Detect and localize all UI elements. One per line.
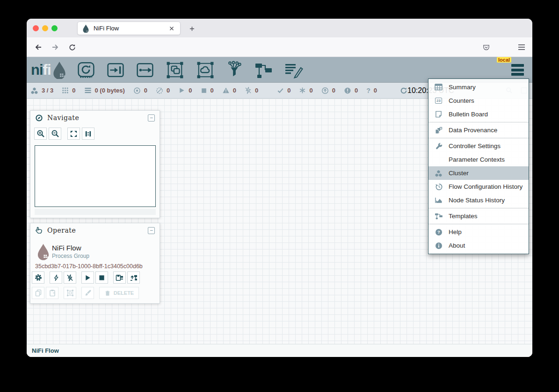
- flow-configuration-history-icon: [435, 183, 443, 191]
- hand-pointer-icon: [35, 226, 43, 235]
- status-transmitting: 0: [133, 87, 147, 94]
- reload-button[interactable]: [66, 41, 78, 53]
- group-icon: [66, 289, 74, 297]
- minimize-window-button[interactable]: [42, 25, 48, 31]
- group-button[interactable]: [64, 287, 76, 299]
- nifi-logo-ni: ni: [31, 62, 43, 78]
- selection-id: 35cbd3b7-017b-1000-8bff-1c3405c00d6b: [35, 263, 143, 270]
- disable-button[interactable]: [64, 271, 76, 284]
- navigate-collapse-button[interactable]: −: [148, 114, 155, 121]
- label-draggable[interactable]: [284, 61, 303, 79]
- menu-separator: [428, 208, 529, 208]
- menu-item-cluster[interactable]: Cluster: [428, 166, 529, 180]
- birdseye-minimap[interactable]: [35, 145, 156, 207]
- stop-button[interactable]: [95, 271, 108, 284]
- copy-icon: [35, 289, 42, 297]
- one-to-one-icon: [84, 130, 92, 138]
- zoom-in-button[interactable]: [34, 128, 47, 140]
- nifi-favicon: [82, 24, 89, 33]
- status-locally-modified: 0: [299, 87, 312, 94]
- nifi-logo: nifi: [31, 61, 67, 79]
- zoom-in-icon: [36, 129, 45, 138]
- status-queued: 0 (0 bytes): [84, 87, 125, 94]
- cluster-icon: [30, 87, 38, 94]
- global-menu-button[interactable]: [511, 64, 524, 76]
- funnel-draggable[interactable]: [226, 61, 242, 79]
- refresh-icon[interactable]: [400, 87, 407, 94]
- menu-separator: [428, 122, 529, 122]
- menu-item-node-status-history[interactable]: Node Status History: [428, 193, 529, 207]
- close-window-button[interactable]: [33, 25, 39, 31]
- menu-item-templates[interactable]: Templates: [428, 209, 529, 223]
- template-draggable[interactable]: [254, 62, 273, 78]
- menu-item-help[interactable]: ? Help: [428, 225, 529, 239]
- not-transmitting-icon: [156, 87, 163, 94]
- zoom-actual-button[interactable]: [82, 128, 94, 140]
- delete-button[interactable]: DELETE: [99, 287, 139, 299]
- operate-header[interactable]: Operate −: [30, 223, 160, 237]
- templates-icon: [435, 213, 443, 220]
- hamburger-icon: [518, 44, 525, 50]
- upload-template-icon: [130, 274, 138, 281]
- menu-item-parameter-contexts[interactable]: Parameter Contexts: [428, 153, 529, 166]
- counters-icon: 23: [435, 98, 442, 104]
- new-tab-button[interactable]: [186, 23, 197, 34]
- svg-text:?: ?: [437, 229, 440, 235]
- operate-title: Operate: [47, 227, 148, 234]
- fill-color-button[interactable]: [81, 287, 94, 299]
- back-button[interactable]: [32, 41, 44, 53]
- status-disabled: 0: [245, 87, 258, 94]
- disabled-icon: [245, 87, 252, 94]
- input-port-draggable[interactable]: [107, 61, 124, 79]
- menu-item-counters[interactable]: 23 Counters: [428, 94, 529, 107]
- locally-modified-and-stale-icon: [344, 87, 351, 94]
- tab-title: NiFi Flow: [94, 25, 168, 32]
- about-icon: [435, 242, 443, 249]
- close-tab-icon[interactable]: [168, 25, 175, 32]
- gear-icon: [35, 274, 42, 281]
- menu-item-data-provenance[interactable]: Data Provenance: [428, 123, 529, 137]
- operate-actions-row: [32, 271, 140, 284]
- forward-button[interactable]: [49, 41, 61, 53]
- menu-item-summary[interactable]: Summary: [428, 80, 529, 94]
- menu-separator: [428, 138, 529, 138]
- start-button[interactable]: [81, 271, 94, 284]
- trash-icon: [104, 290, 111, 297]
- bolt-icon: [53, 274, 59, 281]
- breadcrumb[interactable]: NiFi Flow: [32, 347, 59, 354]
- status-cluster: 3 / 3: [30, 87, 53, 94]
- navigate-header[interactable]: Navigate −: [30, 111, 160, 125]
- locally-modified-icon: [299, 87, 306, 94]
- invalid-icon: [222, 87, 230, 94]
- menu-item-flow-configuration-history[interactable]: Flow Configuration History: [428, 180, 529, 193]
- process-group-draggable[interactable]: [166, 61, 184, 79]
- operate-collapse-button[interactable]: −: [148, 227, 155, 234]
- menu-item-controller-settings[interactable]: Controller Settings: [428, 139, 529, 153]
- paste-button[interactable]: [46, 287, 58, 299]
- save-template-button[interactable]: [113, 271, 126, 284]
- pocket-button[interactable]: [480, 41, 492, 53]
- browser-tab[interactable]: NiFi Flow: [77, 21, 181, 35]
- configure-button[interactable]: [32, 271, 44, 284]
- process-group-drop-icon: [36, 243, 50, 260]
- copy-button[interactable]: [32, 287, 44, 299]
- processor-draggable[interactable]: [77, 61, 95, 79]
- selection-name: NiFi Flow: [52, 244, 89, 252]
- tab-strip: NiFi Flow: [27, 19, 532, 37]
- output-port-draggable[interactable]: [136, 61, 154, 79]
- plus-icon: [189, 25, 196, 32]
- menu-item-bulletin-board[interactable]: Bulletin Board: [428, 107, 529, 121]
- zoom-out-button[interactable]: [49, 128, 61, 140]
- zoom-fit-button[interactable]: [67, 128, 80, 140]
- navigate-panel: Navigate −: [30, 110, 160, 218]
- upload-template-button[interactable]: [127, 271, 140, 284]
- enable-button[interactable]: [50, 271, 62, 284]
- remote-process-group-draggable[interactable]: [196, 61, 215, 79]
- paste-icon: [49, 289, 56, 297]
- active-threads-icon: [62, 87, 69, 94]
- menu-item-about[interactable]: About: [428, 239, 529, 252]
- cluster-icon: [435, 170, 443, 177]
- browser-menu-button[interactable]: [515, 41, 528, 53]
- zoom-window-button[interactable]: [51, 25, 58, 31]
- status-sync-failure: ? 0: [366, 87, 377, 94]
